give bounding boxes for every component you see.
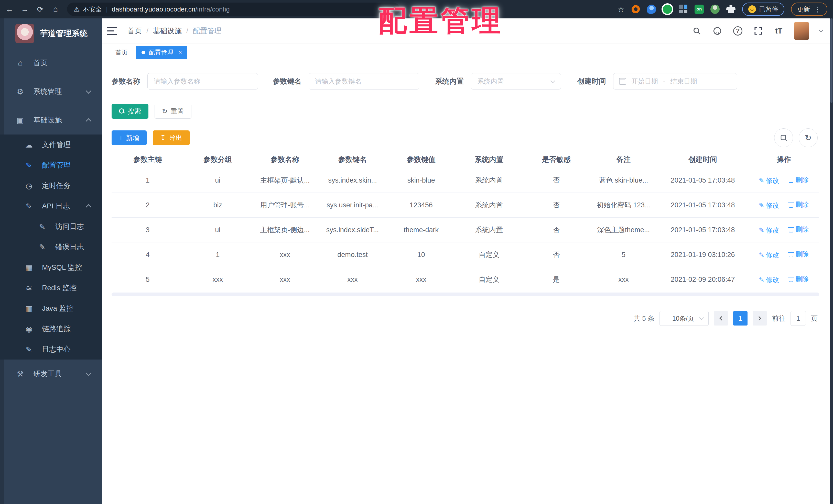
refresh-table-button[interactable]: ↻ [799, 128, 818, 147]
search-button[interactable]: 搜索 [112, 104, 148, 119]
edit-link[interactable]: ✎修改 [759, 275, 779, 284]
sidebar-item-system-management[interactable]: ⚙ 系统管理 [0, 77, 102, 106]
delete-link[interactable]: 删除 [788, 275, 809, 283]
log-icon: ✎ [38, 243, 47, 252]
sidebar-item-home[interactable]: ⌂ 首页 [0, 49, 102, 77]
security-label[interactable]: 不安全 [83, 5, 102, 14]
cloud-icon: ☁ [25, 141, 33, 149]
sidebar-item-dev-tools[interactable]: ⚒ 研发工具 [0, 359, 102, 388]
chevron-down-icon [699, 315, 704, 320]
config-table: 参数主键 参数分组 参数名称 参数键名 参数键值 系统内置 是否敏感 备注 创建… [112, 151, 819, 292]
edit-icon: ✎ [759, 201, 764, 209]
edit-link[interactable]: ✎修改 [759, 176, 779, 185]
total-count: 共 5 条 [634, 314, 654, 323]
table-actions-row: + 新增 ↧ 导出 [112, 130, 819, 145]
scrollbar-thumb[interactable] [830, 19, 832, 103]
sidebar-item-api-log[interactable]: ✎ API 日志 [0, 196, 102, 216]
sidebar-item-redis-monitor[interactable]: ≋ Redis 监控 [0, 278, 102, 298]
main-area: 首页 / 基础设施 / 配置管理 ? tT [102, 19, 830, 504]
search-icon[interactable] [692, 26, 702, 36]
delete-link[interactable]: 删除 [788, 250, 809, 259]
next-page-button[interactable] [753, 311, 767, 326]
profile-paused-badge[interactable]: 已暂停 [742, 3, 784, 16]
github-icon[interactable] [712, 26, 722, 36]
prev-page-button[interactable] [714, 311, 728, 326]
sidebar-item-config-management[interactable]: ✎ 配置管理 [0, 155, 102, 175]
breadcrumb-infrastructure[interactable]: 基础设施 [153, 26, 182, 36]
security-warning-icon: ⚠ [74, 5, 79, 13]
page-size-select[interactable]: 10条/页 [660, 311, 709, 326]
edit-icon: ✎ [759, 251, 764, 259]
page-unit-label: 页 [811, 314, 818, 323]
trash-icon [788, 202, 794, 208]
breadcrumb-home[interactable]: 首页 [127, 26, 142, 36]
sidebar-item-error-log[interactable]: ✎ 错误日志 [0, 237, 102, 257]
browser-menu-kebab-icon[interactable]: ⋮ [814, 5, 821, 14]
edit-link[interactable]: ✎修改 [759, 201, 779, 210]
table-horizontal-scrollbar[interactable] [112, 293, 819, 296]
paused-label: 已暂停 [759, 5, 778, 14]
col-param-value: 参数键值 [387, 151, 455, 168]
edit-link[interactable]: ✎修改 [759, 226, 779, 235]
extension-green-icon[interactable] [663, 5, 672, 14]
sidebar-item-mysql-monitor[interactable]: ▦ MySQL 监控 [0, 257, 102, 278]
extension-donut-icon[interactable] [631, 5, 640, 14]
sidebar-item-log-center[interactable]: ✎ 日志中心 [0, 339, 102, 359]
user-avatar[interactable] [794, 22, 809, 40]
create-button[interactable]: + 新增 [112, 130, 147, 145]
browser-reload-button[interactable]: ⟳ [34, 3, 46, 15]
toggle-search-button[interactable] [774, 128, 793, 147]
goto-page-input[interactable] [790, 311, 806, 326]
sidebar: 芋道管理系统 ⌂ 首页 ⚙ 系统管理 ▣ 基础设施 ☁ 文件管理 ✎ [0, 19, 102, 504]
extension-on-badge-icon[interactable] [694, 5, 704, 14]
browser-scrollbar[interactable] [830, 19, 833, 504]
sidebar-item-file-management[interactable]: ☁ 文件管理 [0, 134, 102, 155]
help-icon[interactable]: ? [733, 26, 743, 36]
font-size-icon[interactable]: tT [774, 26, 784, 36]
annotation-overlay: 配置管理 [378, 2, 503, 40]
extension-person-icon[interactable] [710, 5, 720, 14]
app-logo-avatar [15, 24, 34, 43]
address-bar[interactable]: ⚠ 不安全 | dashboard.yudao.iocoder.cn /infr… [67, 3, 400, 16]
param-key-input[interactable] [309, 73, 419, 90]
browser-update-button[interactable]: 更新 ⋮ [791, 3, 827, 16]
tab-config-management[interactable]: 配置管理 × [136, 46, 187, 59]
edit-link[interactable]: ✎修改 [759, 251, 779, 259]
log-icon: ✎ [38, 222, 47, 231]
content: 参数名称 参数键名 系统内置 系统内置 创建时间 开始日期 - [102, 61, 830, 326]
close-icon[interactable]: × [178, 49, 182, 56]
col-sensitive: 是否敏感 [523, 151, 590, 168]
app-title: 芋道管理系统 [40, 28, 88, 39]
system-builtin-select[interactable]: 系统内置 [471, 73, 561, 90]
delete-link[interactable]: 删除 [788, 175, 809, 184]
hamburger-menu-icon[interactable] [107, 27, 117, 35]
delete-link[interactable]: 删除 [788, 225, 809, 234]
chrome-toolbar: ☆ 已暂停 更新 ⋮ [618, 3, 833, 16]
date-range-picker[interactable]: 开始日期 - 结束日期 [613, 73, 737, 90]
browser-home-button[interactable]: ⌂ [50, 3, 62, 15]
extension-grid-icon[interactable] [679, 5, 688, 14]
extension-drop-icon[interactable] [647, 5, 656, 14]
gear-icon: ⚙ [16, 87, 25, 96]
reset-button[interactable]: ↻ 重置 [154, 104, 191, 119]
chevron-up-icon [86, 118, 92, 124]
param-name-input[interactable] [147, 73, 258, 90]
browser-forward-button[interactable]: → [19, 3, 31, 15]
system-builtin-label: 系统内置 [435, 76, 464, 86]
tab-home[interactable]: 首页 [110, 46, 133, 59]
sidebar-item-scheduled-jobs[interactable]: ◷ 定时任务 [0, 175, 102, 196]
bookmark-star-icon[interactable]: ☆ [618, 5, 624, 14]
sidebar-item-infrastructure[interactable]: ▣ 基础设施 [0, 106, 102, 134]
sidebar-item-trace[interactable]: ◉ 链路追踪 [0, 319, 102, 339]
tag-view-bar: 首页 配置管理 × [102, 44, 830, 61]
delete-link[interactable]: 删除 [788, 200, 809, 209]
browser-back-button[interactable]: ← [4, 3, 15, 15]
sidebar-item-access-log[interactable]: ✎ 访问日志 [0, 216, 102, 237]
sidebar-item-java-monitor[interactable]: ▥ Java 监控 [0, 298, 102, 319]
update-label: 更新 [797, 5, 810, 14]
extensions-puzzle-icon[interactable] [726, 5, 736, 14]
export-button[interactable]: ↧ 导出 [153, 130, 190, 145]
fullscreen-icon[interactable] [753, 26, 763, 36]
current-page-button[interactable]: 1 [733, 311, 747, 326]
chevron-down-icon[interactable] [818, 27, 824, 32]
